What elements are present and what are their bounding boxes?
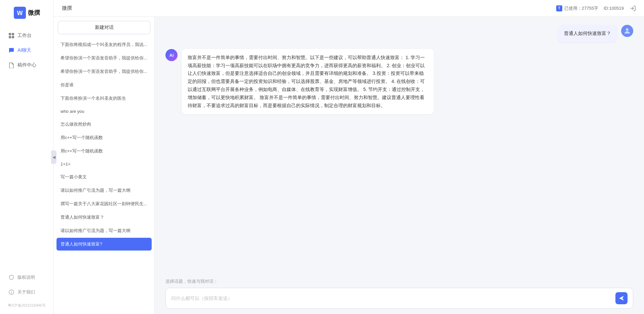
message-row: Ai致富并不是一件简单的事情，需要付出时间、努力和智慧。以下是一些建议，可以帮助… (165, 49, 633, 115)
history-item[interactable]: 请以如何推广引流为题，写一篇大纲 (56, 184, 152, 197)
history-item[interactable]: 用c++写一个随机函数 (56, 145, 152, 158)
header-title: 微撰 (62, 5, 72, 11)
history-item[interactable]: 写一篇小黄文 (56, 171, 152, 183)
nav-items: 工作台 AI聊天 稿件中心 (0, 29, 53, 72)
sidebar-item-about[interactable]: 关于我们 (3, 285, 51, 299)
history-item[interactable]: 下面你将模拟成一个叫圣友的程序员，我说... (56, 38, 152, 51)
header-right: T 已使用：27755字 ID:100519 (556, 5, 636, 12)
svg-rect-5 (12, 36, 14, 38)
send-button[interactable] (615, 292, 628, 304)
user-id: ID:100519 (604, 6, 624, 11)
history-item[interactable]: 用c++写一个随机函数 (56, 131, 152, 144)
usage-text: 已使用：27755字 (564, 5, 598, 11)
chat-bottom: 选择话题，快速与我对话： (155, 274, 644, 314)
main-area: 微撰 T 已使用：27755字 ID:100519 新建对话 下面你将模拟成一个… (54, 0, 644, 314)
usage-icon: T (556, 5, 562, 11)
sidebar-item-ai-chat[interactable]: AI聊天 (3, 44, 51, 57)
sidebar-label-about: 关于我们 (17, 289, 35, 295)
history-panel: 新建对话 下面你将模拟成一个叫圣友的程序员，我说...希望你扮演一个英语发音助手… (54, 17, 155, 314)
message-row: 普通人如何快速致富？ (165, 25, 633, 42)
chat-input[interactable] (171, 294, 612, 302)
new-chat-button[interactable]: 新建对话 (58, 21, 150, 34)
sidebar-label-copyright: 版权说明 (17, 274, 35, 280)
usage-info: T 已使用：27755字 (556, 5, 598, 11)
file-icon (8, 62, 15, 69)
history-item[interactable]: 请以如何推广引流为题，写一篇大纲 (56, 224, 152, 237)
history-item[interactable]: 希望你扮演一个英语发音助手，我提供给你... (56, 52, 152, 64)
svg-point-8 (11, 291, 12, 291)
sidebar-label-ai-chat: AI聊天 (17, 47, 31, 53)
chat-icon (8, 47, 15, 54)
sidebar-item-drafts[interactable]: 稿件中心 (3, 58, 51, 72)
sidebar-label-drafts: 稿件中心 (17, 62, 36, 68)
svg-rect-4 (9, 36, 11, 38)
svg-rect-2 (9, 33, 11, 35)
info-icon (8, 289, 15, 296)
message-bubble: 普通人如何快速致富？ (558, 25, 617, 42)
svg-rect-3 (12, 33, 14, 35)
sidebar-item-workbench[interactable]: 工作台 (3, 29, 51, 42)
content-area: 新建对话 下面你将模拟成一个叫圣友的程序员，我说...希望你扮演一个英语发音助手… (54, 17, 644, 314)
chat-messages: 普通人如何快速致富？Ai致富并不是一件简单的事情，需要付出时间、努力和智慧。以下… (155, 17, 644, 274)
shield-icon (8, 274, 15, 281)
history-item[interactable]: 普通人如何快速致富? (56, 238, 152, 251)
history-item[interactable]: 1+1= (56, 158, 152, 170)
history-list: 下面你将模拟成一个叫圣友的程序员，我说...希望你扮演一个英语发音助手，我提供给… (54, 38, 154, 314)
history-item[interactable]: 希望你扮演一个英语发音助手，我提供给你... (56, 65, 152, 78)
sidebar-item-copyright[interactable]: 版权说明 (3, 271, 51, 284)
input-area (165, 288, 633, 309)
history-item[interactable]: 你是谁 (56, 79, 152, 91)
logout-icon[interactable] (629, 5, 636, 12)
logo-icon: W (14, 7, 26, 19)
icp-text: 粤ICP备2021016946号 (0, 300, 53, 311)
svg-text:Ai: Ai (169, 52, 174, 57)
history-item[interactable]: who are you (56, 105, 152, 117)
chat-panel: 普通人如何快速致富？Ai致富并不是一件简单的事情，需要付出时间、努力和智慧。以下… (155, 17, 644, 314)
top-header: 微撰 T 已使用：27755字 ID:100519 (54, 0, 644, 17)
avatar (621, 25, 633, 37)
sidebar-bottom: 版权说明 关于我们 粤ICP备2021016946号 (0, 271, 53, 311)
sidebar: W 微撰 工作台 AI聊天 (0, 0, 54, 314)
avatar: Ai (165, 49, 178, 61)
history-item[interactable]: 下面你将扮演一个名叫圣友的医生 (56, 92, 152, 105)
logo-area: W 微撰 (14, 7, 40, 19)
history-item[interactable]: 普通人如何快速致富？ (56, 211, 152, 224)
logo-text: 微撰 (28, 9, 40, 17)
history-item[interactable]: 怎么做孜然炒肉 (56, 118, 152, 131)
svg-point-9 (626, 28, 629, 31)
collapse-button[interactable]: ◀ (51, 150, 56, 164)
history-item[interactable]: 撰写一篇关于八大家花园社区一刻钟便民生... (56, 197, 152, 210)
quick-topics-label: 选择话题，快速与我对话： (165, 278, 633, 284)
grid-icon (8, 32, 15, 39)
sidebar-label-workbench: 工作台 (17, 33, 32, 39)
message-bubble: 致富并不是一件简单的事情，需要付出时间、努力和智慧。以下是一些建议，可以帮助普通… (182, 49, 434, 115)
svg-text:W: W (17, 10, 23, 16)
